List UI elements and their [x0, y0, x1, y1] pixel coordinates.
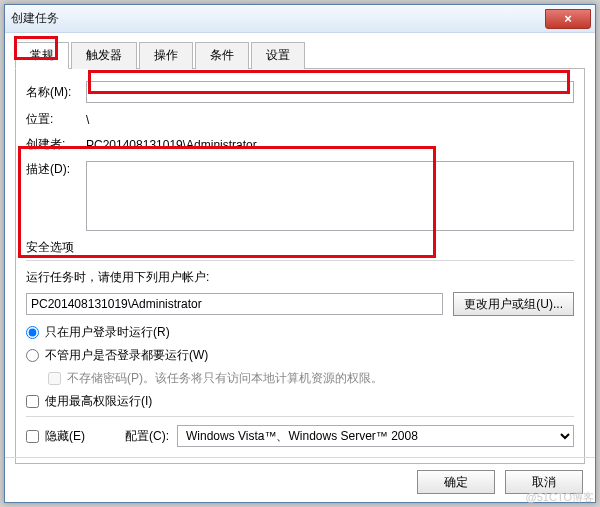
- check-nostore-pw: 不存储密码(P)。该任务将只有访问本地计算机资源的权限。: [48, 370, 574, 387]
- check-highest-input[interactable]: [26, 395, 39, 408]
- footer: 确定 取消: [5, 462, 595, 502]
- tab-triggers[interactable]: 触发器: [71, 42, 137, 69]
- ok-button[interactable]: 确定: [417, 470, 495, 494]
- name-label: 名称(M):: [26, 84, 86, 101]
- name-input[interactable]: [86, 81, 574, 103]
- check-highest-label: 使用最高权限运行(I): [45, 393, 152, 410]
- divider: [26, 260, 574, 261]
- location-value: \: [86, 113, 89, 127]
- divider-2: [26, 416, 574, 417]
- check-highest[interactable]: 使用最高权限运行(I): [26, 393, 574, 410]
- tab-panel-general: 名称(M): 位置: \ 创建者: PC201408131019\Adminis…: [15, 69, 585, 464]
- close-button[interactable]: ×: [545, 9, 591, 29]
- location-label: 位置:: [26, 111, 86, 128]
- check-hidden[interactable]: 隐藏(E): [26, 428, 85, 445]
- creator-value: PC201408131019\Administrator: [86, 138, 257, 152]
- tab-actions[interactable]: 操作: [139, 42, 193, 69]
- tab-strip: 常规 触发器 操作 条件 设置: [15, 41, 585, 69]
- check-hidden-label: 隐藏(E): [45, 428, 85, 445]
- tab-settings[interactable]: 设置: [251, 42, 305, 69]
- account-field: [26, 293, 443, 315]
- tab-conditions[interactable]: 条件: [195, 42, 249, 69]
- radio-logged-on[interactable]: 只在用户登录时运行(R): [26, 324, 574, 341]
- content: 常规 触发器 操作 条件 设置 名称(M): 位置: \ 创建者: PC2014…: [5, 33, 595, 502]
- radio-any-time[interactable]: 不管用户是否登录都要运行(W): [26, 347, 574, 364]
- create-task-dialog: 创建任务 × 常规 触发器 操作 条件 设置 名称(M): 位置: \ 创建者:…: [4, 4, 596, 503]
- desc-textarea[interactable]: [86, 161, 574, 231]
- titlebar[interactable]: 创建任务 ×: [5, 5, 595, 33]
- tab-general[interactable]: 常规: [15, 42, 69, 69]
- run-as-label: 运行任务时，请使用下列用户帐户:: [26, 269, 574, 286]
- creator-label: 创建者:: [26, 136, 86, 153]
- footer-divider: [5, 457, 595, 458]
- config-label: 配置(C):: [125, 428, 169, 445]
- window-title: 创建任务: [11, 10, 545, 27]
- check-hidden-input[interactable]: [26, 430, 39, 443]
- security-section-label: 安全选项: [26, 239, 574, 256]
- radio-logged-on-input[interactable]: [26, 326, 39, 339]
- radio-any-time-input[interactable]: [26, 349, 39, 362]
- config-select[interactable]: Windows Vista™、Windows Server™ 2008: [177, 425, 574, 447]
- radio-any-time-label: 不管用户是否登录都要运行(W): [45, 347, 208, 364]
- radio-logged-on-label: 只在用户登录时运行(R): [45, 324, 170, 341]
- check-nostore-pw-input: [48, 372, 61, 385]
- check-nostore-pw-label: 不存储密码(P)。该任务将只有访问本地计算机资源的权限。: [67, 370, 383, 387]
- desc-label: 描述(D):: [26, 161, 86, 178]
- change-user-button[interactable]: 更改用户或组(U)...: [453, 292, 574, 316]
- watermark: @51CTO博客: [526, 490, 594, 505]
